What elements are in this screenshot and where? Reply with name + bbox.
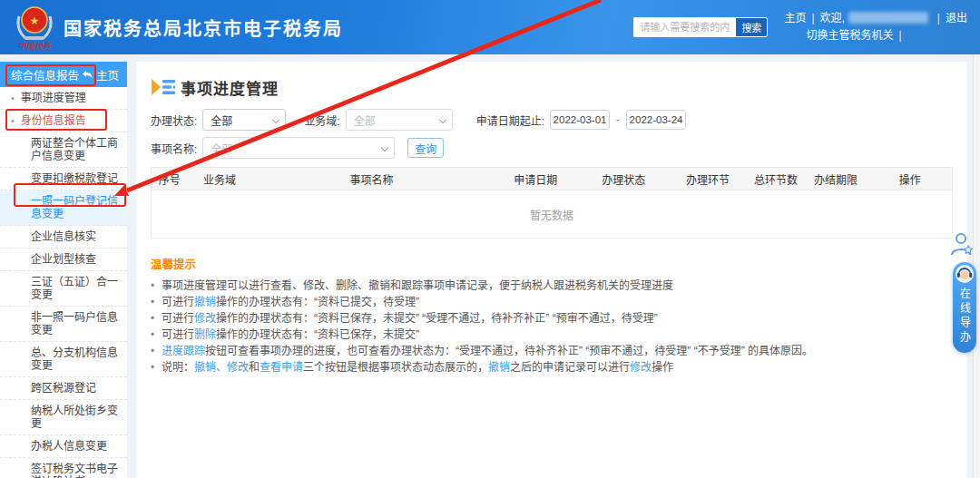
sidebar-item-label: 身份信息报告 [21, 114, 86, 127]
bullet-icon: • [11, 115, 15, 126]
divider: | [893, 29, 906, 42]
sidebar-item[interactable]: 企业信息核实 [0, 226, 127, 249]
sidebar-header: 综合信息报告 主页 [0, 62, 127, 87]
bullet-icon: • [11, 93, 15, 103]
status-select[interactable]: 全部 [202, 109, 286, 131]
tip-link[interactable]: 撤销 [194, 296, 216, 308]
tip-item: 可进行撤销操作的办理状态有：“资料已提交，待受理” [151, 297, 953, 308]
tip-text: 操作 [652, 361, 673, 374]
sidebar-item-label: 纳税人所处街乡变更 [31, 405, 118, 430]
search-button[interactable]: 搜索 [735, 17, 768, 37]
tip-text: 操作的办理状态有：“资料已提交，待受理” [216, 296, 419, 308]
sidebar-item-label: 三证（五证）合一变更 [31, 276, 118, 301]
divider: | [806, 12, 819, 24]
sidebar-item[interactable]: 变更扣缴税款登记 [0, 168, 127, 190]
item-name-select[interactable]: 全部 [202, 137, 395, 159]
domain-select[interactable]: 全部 [346, 109, 453, 131]
tip-text: 可进行 [162, 312, 194, 325]
tip-text: 按钮可查看事项办理的进度，也可查看办理状态为：“受理不通过，待补齐补正” “预审… [205, 345, 813, 357]
column-header: 事项名称 [251, 171, 492, 187]
switch-tax-authority-link[interactable]: 切换主管税务机关 [806, 29, 893, 42]
tip-link[interactable]: 修改 [194, 312, 216, 325]
tip-text: 说明： [162, 361, 194, 374]
sidebar-item[interactable]: 跨区税源登记 [0, 377, 127, 400]
sidebar-item[interactable]: •事项进度管理 [0, 87, 127, 110]
column-header: 办理状态 [580, 171, 668, 187]
tip-item: 说明：撤销、修改和查看申请三个按钮是根据事项状态动态展示的，撤销之后的申请记录可… [151, 362, 953, 374]
tip-text: 事项进度管理可以进行查看、修改、删除、撤销和跟踪事项申请记录，便于纳税人跟进税务… [162, 279, 673, 292]
column-header: 业务域 [188, 171, 252, 187]
tip-link[interactable]: 删除 [194, 328, 216, 341]
tips-title: 温馨提示 [151, 255, 953, 272]
home-link[interactable]: 主页 [784, 12, 806, 24]
sidebar-item[interactable]: 总、分支机构信息变更 [0, 342, 127, 377]
sidebar-item[interactable]: 纳税人所处街乡变更 [0, 400, 127, 435]
domain-select-value: 全部 [354, 112, 376, 128]
chevron-down-icon [272, 116, 279, 123]
search-box: 搜索 [633, 17, 768, 37]
tip-item: 进度跟踪按钮可查看事项办理的进度，也可查看办理状态为：“受理不通过，待补齐补正”… [151, 346, 953, 357]
column-header: 总环节数 [748, 171, 804, 187]
divider: | [932, 12, 946, 24]
item-name-select-value: 全部 [211, 141, 232, 156]
column-header: 办理环节 [668, 171, 748, 187]
domain-filter-label: 业务域: [304, 112, 339, 128]
chevron-down-icon [438, 116, 446, 123]
sidebar-item-label: 跨区税源登记 [31, 382, 96, 395]
tip-link[interactable]: 查看申请 [260, 361, 303, 374]
column-header: 办结期限 [804, 171, 868, 187]
date-from-input[interactable]: 2022-03-01 [550, 110, 610, 130]
date-range-separator: - [616, 113, 620, 126]
column-header: 序号 [152, 171, 188, 187]
sidebar-item[interactable]: •身份信息报告 [0, 110, 127, 132]
sidebar-item[interactable]: 三证（五证）合一变更 [0, 271, 127, 307]
sidebar-item[interactable]: 签订税务文书电子送达确认书 [0, 458, 127, 478]
person-star-icon [949, 231, 975, 259]
online-guide-label: 在线导办 [957, 288, 973, 346]
query-button[interactable]: 查询 [407, 138, 444, 158]
sidebar-item-label: 变更扣缴税款登记 [31, 172, 118, 185]
user-links-line1: 主页|欢迎,|退出 [784, 10, 967, 27]
sidebar-item[interactable]: 非一照一码户信息变更 [0, 307, 127, 342]
page-title: 事项进度管理 [181, 76, 279, 99]
tip-link[interactable]: 撤销、修改 [194, 361, 249, 374]
contact-favorite-button[interactable] [949, 231, 975, 259]
chevron-down-icon [381, 144, 388, 151]
date-range-label: 申请日期起止: [476, 112, 544, 128]
sidebar-item[interactable]: 两证整合个体工商户信息变更 [0, 132, 127, 168]
filter-row-2: 事项名称: 全部 查询 [151, 137, 967, 159]
table-empty-state: 暂无数据 [152, 190, 952, 238]
sidebar-item-label: 企业信息核实 [31, 230, 96, 243]
sidebar-item[interactable]: 一照一码户登记信息变更 [0, 190, 127, 226]
sidebar: 综合信息报告 主页 •事项进度管理•身份信息报告两证整合个体工商户信息变更变更扣… [0, 62, 127, 478]
tip-link[interactable]: 进度跟踪 [162, 345, 205, 357]
tip-link[interactable]: 撤销 [488, 361, 510, 374]
sidebar-item[interactable]: 办税人信息变更 [0, 435, 127, 458]
sidebar-category-title[interactable]: 综合信息报告 [11, 66, 79, 83]
tip-link[interactable]: 修改 [630, 361, 652, 374]
sidebar-item-label: 事项进度管理 [21, 92, 86, 104]
tip-item: 事项进度管理可以进行查看、修改、删除、撤销和跟踪事项申请记录，便于纳税人跟进税务… [151, 280, 953, 292]
status-filter-label: 办理状态: [151, 112, 197, 128]
sidebar-item-label: 总、分支机构信息变更 [31, 346, 118, 372]
redacted-username [848, 12, 928, 24]
date-to-input[interactable]: 2022-03-24 [626, 110, 686, 130]
assistant-avatar-icon [956, 265, 974, 283]
tip-item: 可进行删除操作的办理状态有：“资料已保存，未提交” [151, 329, 953, 341]
top-header: ★ 中国税务 国家税务总局北京市电子税务局 搜索 主页|欢迎,|退出 切换主管税… [0, 0, 980, 54]
sidebar-item[interactable]: 企业划型核查 [0, 249, 127, 271]
sidebar-item-label: 两证整合个体工商户信息变更 [31, 137, 118, 162]
online-guide-tab[interactable]: 在线导办 [953, 262, 976, 353]
empty-placeholder: 暂无数据 [530, 207, 573, 222]
tip-text: 操作的办理状态有：“资料已保存，未提交” [216, 328, 419, 341]
tip-text: 可进行 [162, 328, 194, 341]
site-title: 国家税务总局北京市电子税务局 [64, 15, 343, 41]
sidebar-item-label: 非一照一码户信息变更 [31, 311, 118, 337]
main-panel: 事项进度管理 办理状态: 全部 业务域: 全部 申请日期起止: 2022-03-… [136, 62, 967, 478]
logout-link[interactable]: 退出 [946, 12, 967, 24]
sidebar-menu: •事项进度管理•身份信息报告两证整合个体工商户信息变更变更扣缴税款登记一照一码户… [0, 87, 127, 478]
tip-text: 可进行 [162, 296, 194, 308]
back-arrow-icon [82, 70, 93, 79]
sidebar-home-button[interactable]: 主页 [82, 66, 119, 83]
search-input[interactable] [633, 17, 735, 37]
